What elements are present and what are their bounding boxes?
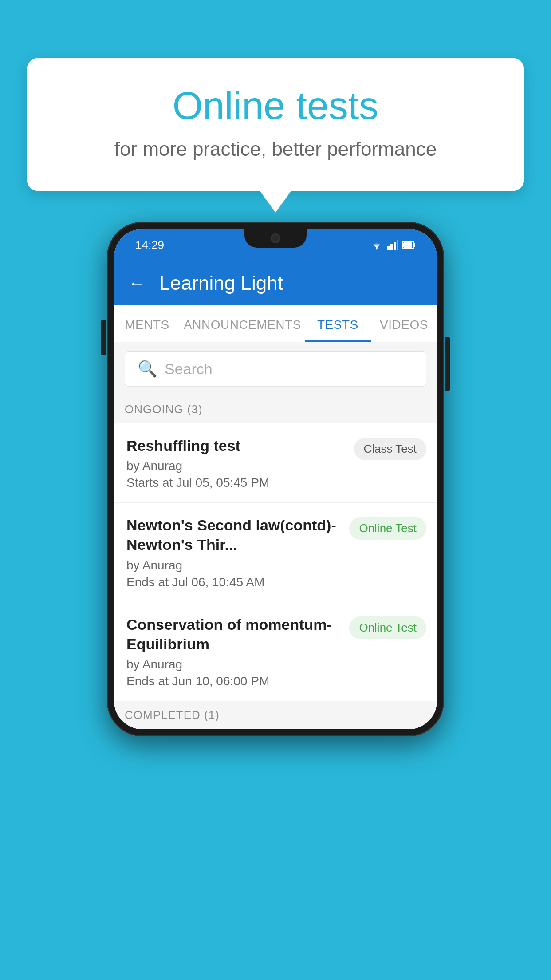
ongoing-section-header: ONGOING (3) (114, 395, 437, 423)
test-date: Starts at Jul 05, 05:45 PM (126, 476, 347, 490)
tabs-container: MENTS ANNOUNCEMENTS TESTS VIDEOS (114, 305, 437, 342)
search-input[interactable]: Search (165, 360, 213, 378)
search-icon: 🔍 (138, 360, 157, 378)
status-time: 14:29 (135, 238, 164, 252)
promo-subtitle: for more practice, better performance (53, 138, 498, 160)
completed-title: COMPLETED (1) (125, 708, 220, 722)
signal-icon (387, 240, 398, 250)
test-by: by Anurag (126, 558, 342, 573)
svg-rect-7 (403, 242, 412, 248)
search-container: 🔍 Search (114, 342, 437, 395)
test-item[interactable]: Newton's Second law(contd)-Newton's Thir… (114, 503, 437, 602)
wifi-icon (370, 240, 383, 250)
test-by: by Anurag (126, 459, 347, 473)
tab-announcements[interactable]: ANNOUNCEMENTS (180, 305, 305, 342)
tab-videos[interactable]: VIDEOS (371, 305, 437, 342)
test-name: Reshuffling test (126, 436, 347, 455)
status-icons (370, 240, 416, 250)
svg-rect-4 (397, 240, 398, 250)
notch (244, 229, 307, 248)
app-title: Learning Light (159, 272, 283, 294)
battery-icon (402, 240, 416, 250)
test-date: Ends at Jul 06, 10:45 AM (126, 575, 342, 589)
test-name: Conservation of momentum-Equilibrium (126, 615, 342, 654)
test-badge: Class Test (354, 438, 426, 460)
svg-rect-2 (390, 244, 393, 250)
test-info: Conservation of momentum-Equilibrium by … (126, 615, 349, 688)
search-bar[interactable]: 🔍 Search (125, 351, 426, 387)
app-header: ← Learning Light (114, 261, 437, 305)
completed-section-header: COMPLETED (1) (114, 701, 437, 729)
test-badge: Online Test (349, 616, 426, 639)
svg-rect-6 (414, 243, 415, 247)
promo-title: Online tests (53, 84, 498, 127)
phone-frame: 14:29 (107, 222, 444, 736)
svg-rect-1 (387, 246, 390, 250)
phone-mockup: 14:29 (107, 222, 444, 736)
test-name: Newton's Second law(contd)-Newton's Thir… (126, 515, 342, 554)
test-badge: Online Test (349, 517, 426, 540)
test-info: Newton's Second law(contd)-Newton's Thir… (126, 515, 349, 589)
phone-screen: 14:29 (114, 229, 437, 729)
status-bar: 14:29 (114, 229, 437, 261)
svg-point-0 (376, 248, 378, 250)
svg-rect-3 (394, 242, 396, 250)
test-info: Reshuffling test by Anurag Starts at Jul… (126, 436, 354, 490)
promo-card: Online tests for more practice, better p… (27, 58, 524, 191)
test-by: by Anurag (126, 657, 342, 672)
tab-tests[interactable]: TESTS (305, 305, 371, 342)
camera (271, 233, 280, 243)
ongoing-title: ONGOING (3) (125, 403, 203, 416)
test-item[interactable]: Reshuffling test by Anurag Starts at Jul… (114, 423, 437, 503)
tab-ments[interactable]: MENTS (114, 305, 180, 342)
back-button[interactable]: ← (128, 275, 145, 292)
test-date: Ends at Jun 10, 06:00 PM (126, 674, 342, 688)
test-item[interactable]: Conservation of momentum-Equilibrium by … (114, 602, 437, 701)
